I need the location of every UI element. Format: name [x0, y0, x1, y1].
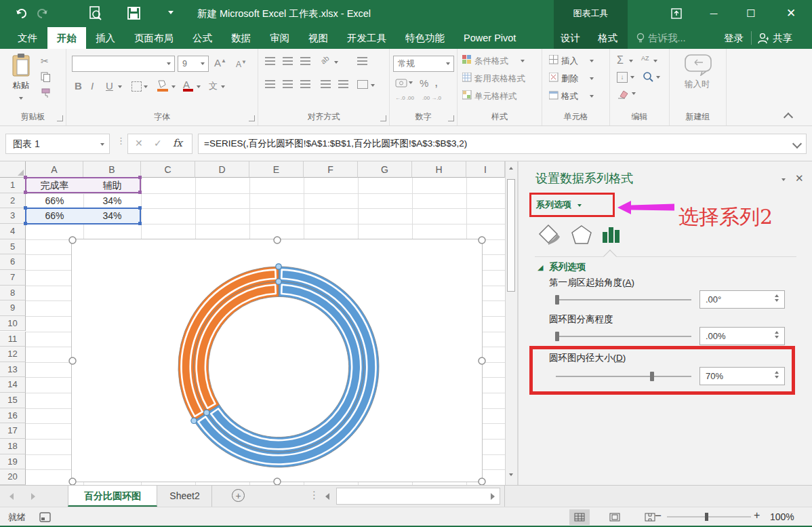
zoom-out-button[interactable]: − — [655, 509, 662, 523]
format-dropdown-icon[interactable] — [590, 95, 594, 98]
tab-页面布局[interactable]: 页面布局 — [125, 27, 183, 49]
cell-A2[interactable]: 66% — [26, 193, 83, 209]
tab-design[interactable]: 设计 — [561, 27, 580, 49]
align-center-icon[interactable] — [283, 80, 293, 88]
ribbon-display-icon[interactable] — [661, 0, 692, 27]
start-angle-value[interactable]: .00° — [699, 290, 785, 309]
tab-format[interactable]: 格式 — [598, 27, 617, 49]
range-handle[interactable] — [24, 206, 27, 210]
cut-button[interactable]: ✂ — [41, 56, 49, 66]
merge-center-icon[interactable] — [357, 80, 368, 89]
effects-pentagon-icon[interactable] — [570, 224, 593, 246]
autosum-dropdown-icon[interactable] — [629, 60, 633, 62]
series-selection-handle[interactable] — [276, 264, 281, 269]
format-as-table-icon[interactable] — [462, 73, 472, 82]
name-box-dropdown-icon[interactable] — [100, 143, 104, 146]
vertical-scrollbar[interactable] — [505, 161, 517, 485]
spinner-down-icon[interactable] — [775, 336, 779, 338]
delete-button[interactable]: 删除 — [561, 73, 578, 85]
fill-dropdown-icon[interactable] — [630, 76, 634, 79]
horizontal-scrollbar[interactable] — [336, 488, 500, 505]
normal-view-button[interactable] — [569, 509, 590, 525]
new-group-command[interactable]: 输入时 — [685, 79, 710, 90]
find-dropdown-icon[interactable] — [656, 76, 660, 79]
zoom-in-button[interactable]: + — [754, 509, 760, 522]
wrap-text-icon[interactable] — [357, 57, 367, 65]
chart-resize-handle[interactable] — [274, 237, 281, 243]
decrease-indent-icon[interactable] — [321, 80, 331, 88]
new-sheet-icon[interactable]: + — [232, 489, 245, 502]
chart-resize-handle[interactable] — [479, 357, 485, 364]
autosum-button[interactable]: Σ — [617, 54, 624, 66]
cancel-icon[interactable]: ✕ — [135, 138, 143, 149]
format-as-table-button[interactable]: 套用表格格式 — [474, 73, 525, 85]
scroll-up-icon[interactable] — [509, 167, 513, 170]
spinner-up-icon[interactable] — [775, 331, 779, 334]
sort-filter-dropdown-icon[interactable] — [653, 60, 657, 62]
format-cells-icon[interactable] — [549, 90, 559, 100]
insert-dropdown-icon[interactable] — [590, 60, 594, 62]
phonetic-dropdown-icon[interactable] — [221, 85, 225, 88]
zoom-slider[interactable] — [667, 516, 751, 518]
align-bottom-icon[interactable] — [300, 57, 310, 65]
cell-A3[interactable]: 66% — [26, 208, 83, 224]
tab-开发工具[interactable]: 开发工具 — [338, 27, 396, 49]
dialog-launcher-icon[interactable] — [249, 115, 255, 121]
chart-resize-handle[interactable] — [69, 478, 76, 485]
font-name-combo[interactable] — [72, 56, 175, 72]
dialog-launcher-icon[interactable] — [380, 115, 386, 121]
grow-font-button[interactable]: A▲ — [214, 57, 226, 69]
range-handle[interactable] — [138, 206, 142, 210]
chart-resize-handle[interactable] — [69, 357, 76, 364]
tab-数据[interactable]: 数据 — [222, 27, 260, 49]
dialog-launcher-icon[interactable] — [57, 115, 63, 121]
sort-filter-icon[interactable]: AZ — [641, 56, 649, 62]
sheet-tab-sheet2[interactable]: Sheet2 — [158, 486, 212, 507]
number-format-combo[interactable]: 常规 — [393, 56, 454, 72]
merge-dropdown-icon[interactable] — [371, 84, 375, 87]
align-right-icon[interactable] — [300, 80, 310, 88]
panel-close-icon[interactable]: ✕ — [795, 172, 804, 184]
italic-button[interactable]: I — [91, 80, 94, 92]
align-left-icon[interactable] — [265, 80, 275, 88]
chart-resize-handle[interactable] — [479, 478, 485, 485]
fill-color-dropdown-icon[interactable] — [171, 85, 176, 88]
macro-icon[interactable] — [39, 512, 51, 522]
series-selection-handle[interactable] — [191, 418, 197, 423]
font-size-combo[interactable]: 9 — [178, 56, 209, 72]
clear-dropdown-icon[interactable] — [632, 92, 636, 95]
start-angle-slider[interactable] — [556, 299, 691, 300]
paste-dropdown-icon[interactable] — [19, 97, 23, 100]
sheet-tab-active[interactable]: 百分比圆环图 — [68, 486, 157, 507]
insert-function-icon[interactable]: fx — [173, 137, 182, 149]
comma-style-button[interactable]: , — [434, 75, 438, 90]
tab-Power Pivot[interactable]: Power Pivot — [454, 27, 525, 49]
maximize-icon[interactable]: ☐ — [735, 0, 767, 27]
delete-cells-icon[interactable] — [549, 73, 559, 82]
chart-resize-handle[interactable] — [479, 237, 485, 243]
page-layout-view-button[interactable] — [605, 509, 625, 525]
range-handle[interactable] — [24, 191, 27, 194]
font-color-dropdown-icon[interactable] — [197, 85, 201, 88]
range-handle[interactable] — [24, 176, 27, 179]
insert-button[interactable]: 插入 — [561, 56, 578, 67]
tell-me-box[interactable]: 告诉我... — [645, 27, 689, 49]
cell-B1[interactable]: 辅助 — [83, 178, 141, 193]
name-box[interactable]: 图表 1 — [5, 134, 110, 154]
format-button[interactable]: 格式 — [561, 91, 578, 102]
tab-特色功能[interactable]: 特色功能 — [396, 27, 454, 49]
paste-button[interactable]: 粘贴 — [7, 53, 35, 107]
tab-开始[interactable]: 开始 — [47, 27, 86, 49]
minimize-icon[interactable]: ─ — [698, 0, 729, 27]
phonetic-button[interactable]: 文 — [209, 80, 218, 92]
explosion-slider[interactable] — [556, 336, 691, 337]
tab-插入[interactable]: 插入 — [86, 27, 125, 49]
scrollbar-thumb[interactable] — [507, 179, 515, 292]
bold-button[interactable]: B — [75, 80, 82, 92]
orientation-icon[interactable]: ab — [319, 54, 331, 65]
chart-resize-handle[interactable] — [274, 478, 281, 485]
underline-button[interactable]: U — [106, 80, 113, 92]
dialog-launcher-icon[interactable] — [448, 115, 454, 121]
paint-bucket-icon[interactable] — [537, 224, 561, 246]
tab-splitter-dots-icon[interactable]: ⋮ — [309, 489, 319, 501]
